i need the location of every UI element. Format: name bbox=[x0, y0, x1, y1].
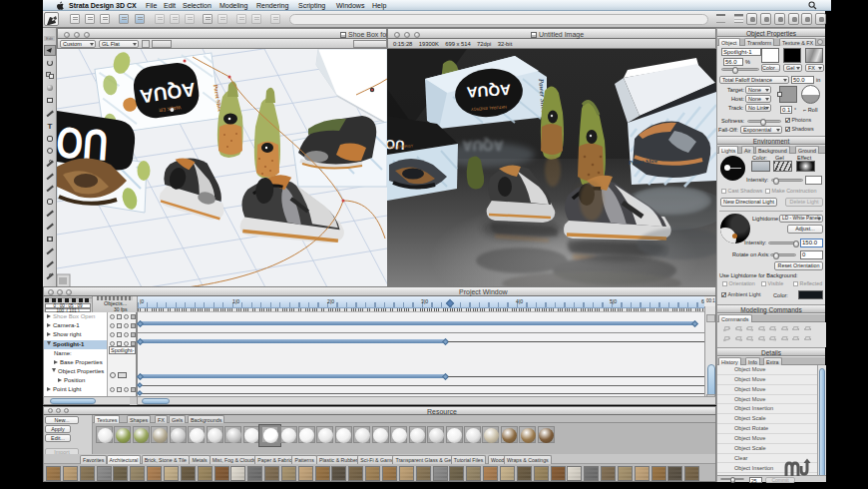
svg-text:AQUA: AQUA bbox=[462, 138, 503, 154]
svg-text:AQUA: AQUA bbox=[466, 81, 511, 101]
